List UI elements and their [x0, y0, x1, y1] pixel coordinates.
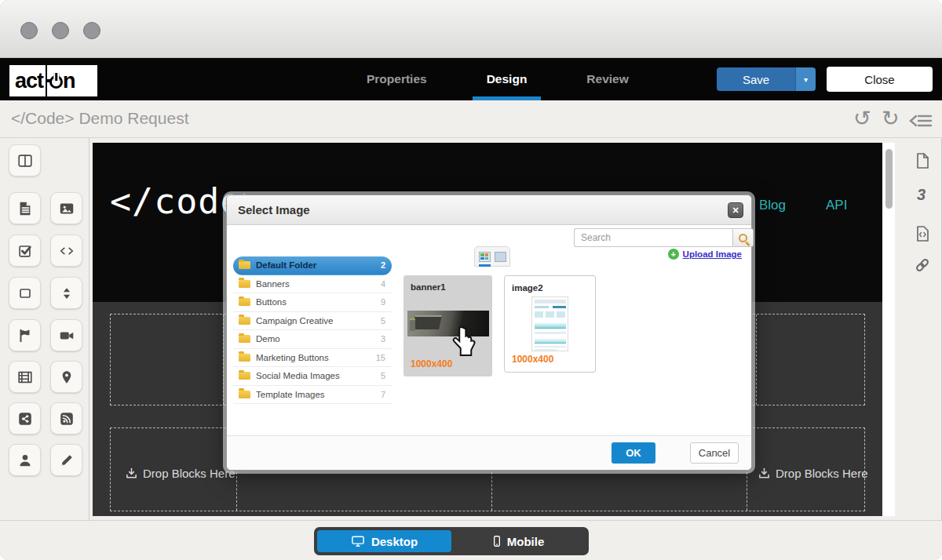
- drop-zone-label: Drop Blocks Here: [776, 467, 868, 480]
- folder-item-banners[interactable]: Banners 4: [233, 275, 392, 294]
- folder-item-demo[interactable]: Demo 3: [233, 330, 392, 349]
- folder-name: Banners: [256, 279, 290, 289]
- tab-review[interactable]: Review: [577, 58, 637, 100]
- main-tabs: Properties Design Review: [357, 58, 638, 100]
- site-nav-blog[interactable]: Blog: [759, 198, 786, 213]
- drop-zone-label: Drop Blocks Here: [143, 467, 236, 480]
- redo-icon[interactable]: ↻: [882, 107, 900, 130]
- folder-item-social-media-images[interactable]: Social Media Images 5: [233, 367, 392, 386]
- spacer-block-button[interactable]: [50, 277, 82, 309]
- view-mode-toggle: [474, 246, 510, 267]
- person-block-button[interactable]: [9, 444, 41, 476]
- folder-name: Buttons: [256, 297, 287, 307]
- folder-icon: [239, 298, 250, 306]
- window-minimize-icon[interactable]: [52, 22, 69, 39]
- button-block-button[interactable]: [9, 277, 41, 309]
- folder-list: Default Folder 2 Banners 4 Buttons 9 Cam…: [233, 256, 392, 404]
- upload-image-link[interactable]: Upload Image: [683, 249, 742, 259]
- blocks-sidebar: [0, 138, 89, 520]
- folder-icon: [239, 354, 250, 362]
- folder-name: Campaign Creative: [256, 316, 333, 325]
- image-dimensions: 1000x400: [512, 354, 553, 365]
- window-titlebar: [0, 0, 942, 58]
- drop-icon: [758, 467, 770, 479]
- dialog-title: Select Image: [238, 203, 310, 216]
- folder-count: 3: [381, 334, 385, 344]
- drop-zone-left[interactable]: Drop Blocks Here: [126, 467, 236, 480]
- columns-block-button[interactable]: [9, 144, 41, 176]
- page-settings-icon[interactable]: [912, 151, 933, 171]
- folder-count: 5: [381, 371, 385, 380]
- ok-button[interactable]: OK: [612, 442, 655, 464]
- desktop-label: Desktop: [371, 535, 418, 548]
- site-nav-api[interactable]: API: [826, 198, 847, 213]
- folder-icon: [239, 280, 250, 288]
- list-view-icon[interactable]: [495, 252, 506, 262]
- desktop-icon: [351, 535, 365, 547]
- form-block-button[interactable]: [9, 235, 41, 267]
- image-name: banner1: [411, 282, 446, 292]
- desktop-toggle-button[interactable]: Desktop: [317, 530, 451, 552]
- folder-count: 9: [381, 297, 385, 307]
- flag-block-button[interactable]: [9, 319, 41, 351]
- grid-view-icon[interactable]: [479, 252, 491, 262]
- cancel-button[interactable]: Cancel: [690, 442, 739, 464]
- add-icon: +: [668, 249, 679, 260]
- rss-block-button[interactable]: [50, 402, 82, 435]
- search-icon: [739, 234, 747, 242]
- folder-icon: [239, 335, 250, 343]
- save-split-button: Save ▾: [717, 67, 816, 91]
- drop-zone-right[interactable]: Drop Blocks Here: [758, 467, 868, 480]
- image-thumbnail-image2[interactable]: image2 1000x400: [504, 275, 596, 373]
- folder-count: 2: [381, 260, 385, 270]
- link-icon[interactable]: [912, 255, 933, 275]
- folder-count: 4: [381, 279, 385, 289]
- image-block-button[interactable]: [50, 192, 82, 224]
- save-button[interactable]: Save: [717, 67, 795, 91]
- image-name: image2: [512, 283, 543, 293]
- video-block-button[interactable]: [50, 319, 82, 351]
- app-header: act n Properties Design Review Save ▾ Cl…: [0, 58, 942, 100]
- media-block-button[interactable]: [9, 361, 41, 393]
- folder-name: Demo: [256, 334, 280, 344]
- save-dropdown-caret-icon[interactable]: ▾: [795, 67, 816, 91]
- folder-item-default[interactable]: Default Folder 2: [233, 256, 392, 275]
- window-zoom-icon[interactable]: [83, 22, 100, 39]
- folder-item-buttons[interactable]: Buttons 9: [233, 293, 392, 312]
- text-block-button[interactable]: [9, 192, 41, 224]
- search-input[interactable]: [574, 228, 732, 247]
- dialog-titlebar[interactable]: Select Image ✕: [227, 195, 751, 225]
- canvas-scrollbar[interactable]: [882, 143, 895, 516]
- canvas-scrollbar-thumb[interactable]: [885, 149, 893, 209]
- drop-icon: [126, 467, 137, 479]
- select-image-dialog: Select Image ✕ + Upload Image Default Fo…: [226, 195, 752, 471]
- logo-divider: [46, 65, 47, 96]
- collapse-panel-icon[interactable]: [909, 111, 933, 134]
- power-icon: [49, 75, 63, 89]
- dialog-footer: OK Cancel: [227, 435, 751, 470]
- search-button[interactable]: [732, 228, 754, 247]
- window-close-icon[interactable]: [20, 22, 38, 39]
- device-toggle: Desktop Mobile: [314, 527, 589, 555]
- folder-name: Social Media Images: [256, 371, 340, 380]
- source-code-icon[interactable]: [912, 224, 933, 244]
- dialog-close-icon[interactable]: ✕: [728, 202, 743, 218]
- custom-code-block-button[interactable]: [50, 235, 82, 267]
- image-thumbnail-banner1[interactable]: banner1 1000x400: [403, 275, 492, 376]
- folder-item-template-images[interactable]: Template Images 7: [233, 386, 392, 405]
- undo-icon[interactable]: ↺: [853, 107, 871, 130]
- tab-properties[interactable]: Properties: [357, 58, 436, 100]
- folder-icon: [239, 317, 250, 325]
- share-block-button[interactable]: [9, 402, 41, 435]
- acton-logo: act n: [9, 65, 97, 96]
- location-block-button[interactable]: [50, 361, 82, 393]
- tab-design[interactable]: Design: [477, 58, 537, 100]
- signature-block-button[interactable]: [50, 444, 82, 476]
- folder-item-marketing-buttons[interactable]: Marketing Buttons 15: [233, 349, 392, 368]
- folder-name: Template Images: [256, 390, 325, 399]
- close-button[interactable]: Close: [827, 67, 933, 92]
- mobile-toggle-button[interactable]: Mobile: [451, 530, 586, 552]
- folder-item-campaign-creative[interactable]: Campaign Creative 5: [233, 312, 392, 331]
- app-window: act n Properties Design Review Save ▾ Cl…: [0, 0, 942, 560]
- css3-icon[interactable]: 3: [912, 184, 933, 205]
